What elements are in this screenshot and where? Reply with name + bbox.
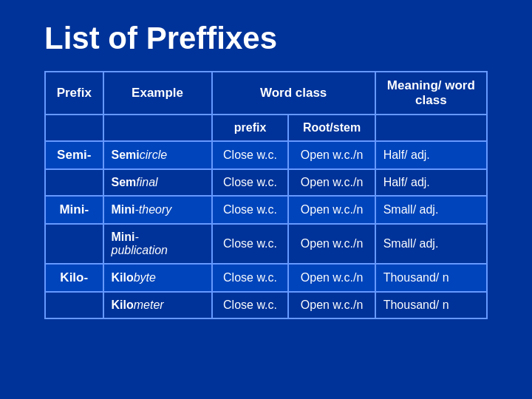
col-header-example: Example: [103, 72, 212, 115]
col-subheader-prefix-empty: [45, 115, 103, 141]
cell-wc-close: Close w.c.: [212, 141, 289, 169]
cell-example-kilometer: Kilometer: [103, 292, 212, 318]
example-italic: meter: [134, 299, 164, 311]
cell-root-open-6: Open w.c./n: [288, 292, 375, 318]
col-header-meaning: Meaning/ word class: [375, 72, 487, 115]
example-italic: -theory: [135, 203, 172, 216]
cell-meaning-thousand-n: Thousand/ n: [375, 264, 487, 292]
cell-meaning-small-adj-2: Small/ adj.: [375, 224, 487, 264]
example-bold: Semi: [112, 149, 140, 161]
table-row: Mini- Mini-theory Close w.c. Open w.c./n…: [45, 196, 487, 224]
col-header-wordclass: Word class: [212, 72, 375, 115]
example-italic: byte: [134, 271, 156, 284]
cell-example-semicircle: Semicircle: [103, 141, 212, 169]
col-subheader-example-empty: [103, 115, 212, 141]
cell-prefix-empty-1: [45, 169, 103, 196]
example-bold: Sem: [112, 176, 137, 188]
cell-wc-close-3: Close w.c.: [212, 196, 289, 224]
col-subheader-meaning-empty: [375, 115, 487, 141]
cell-root-open-2: Open w.c./n: [288, 169, 375, 196]
example-bold: Kilo: [112, 299, 134, 311]
cell-wc-close-4: Close w.c.: [212, 224, 289, 264]
cell-prefix-mini: Mini-: [45, 196, 103, 224]
table-container: Prefix Example Word class Meaning/ word …: [0, 71, 532, 319]
cell-prefix-semi: Semi-: [45, 141, 103, 169]
cell-wc-close-2: Close w.c.: [212, 169, 289, 196]
table-row: Mini-publication Close w.c. Open w.c./n …: [45, 224, 487, 264]
example-bold: Mini: [112, 203, 135, 216]
table-row: Semfinal Close w.c. Open w.c./n Half/ ad…: [45, 169, 487, 196]
cell-root-open: Open w.c./n: [288, 141, 375, 169]
example-bold: Kilo: [112, 271, 134, 284]
cell-example-minipublication: Mini-publication: [103, 224, 212, 264]
cell-meaning-half-adj: Half/ adj.: [375, 141, 487, 169]
cell-example-minitheory: Mini-theory: [103, 196, 212, 224]
col-header-prefix: Prefix: [45, 72, 103, 115]
page-title: List of Preffixes: [0, 0, 532, 71]
cell-meaning-half-adj-2: Half/ adj.: [375, 169, 487, 196]
col-subheader-root: Root/stem: [288, 115, 375, 141]
preffixes-table: Prefix Example Word class Meaning/ word …: [44, 71, 488, 319]
cell-root-open-4: Open w.c./n: [288, 224, 375, 264]
cell-example-semifinal: Semfinal: [103, 169, 212, 196]
cell-prefix-kilo: Kilo-: [45, 264, 103, 292]
cell-root-open-3: Open w.c./n: [288, 196, 375, 224]
example-italic: circle: [140, 149, 167, 161]
example-bold: Mini: [112, 231, 135, 243]
cell-root-open-5: Open w.c./n: [288, 264, 375, 292]
cell-wc-close-5: Close w.c.: [212, 264, 289, 292]
cell-example-kilobyte: Kilobyte: [103, 264, 212, 292]
cell-meaning-thousand-n-2: Thousand/ n: [375, 292, 487, 318]
table-row: Semi- Semicircle Close w.c. Open w.c./n …: [45, 141, 487, 169]
table-row: Kilo- Kilobyte Close w.c. Open w.c./n Th…: [45, 264, 487, 292]
cell-prefix-empty-2: [45, 224, 103, 264]
table-row: Kilometer Close w.c. Open w.c./n Thousan…: [45, 292, 487, 318]
example-italic: final: [136, 176, 157, 188]
cell-meaning-small-adj: Small/ adj.: [375, 196, 487, 224]
cell-prefix-empty-3: [45, 292, 103, 318]
cell-wc-close-6: Close w.c.: [212, 292, 289, 318]
col-subheader-wc-prefix: prefix: [212, 115, 289, 141]
